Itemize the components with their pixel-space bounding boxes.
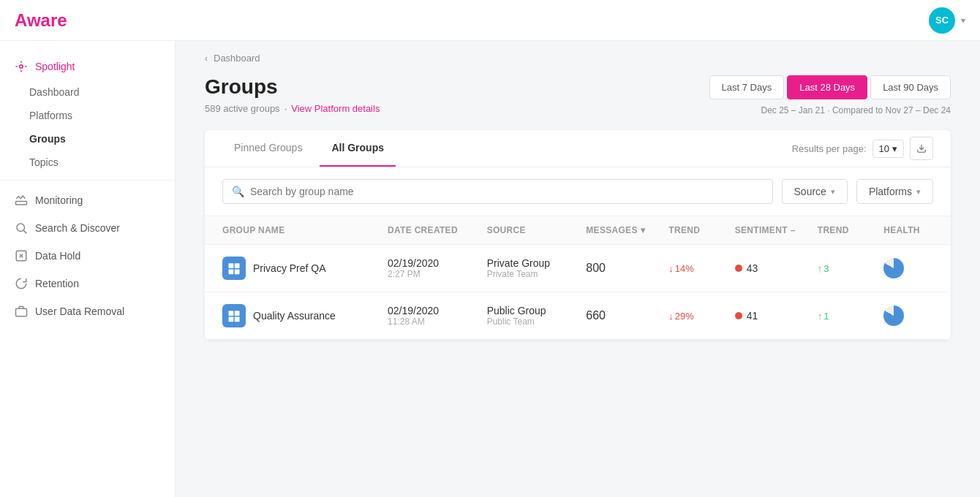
spotlight-label: Spotlight bbox=[35, 61, 75, 72]
date-created-value: 02/19/2020 bbox=[388, 257, 487, 269]
svg-rect-9 bbox=[229, 263, 234, 268]
table-row[interactable]: Privacy Pref QA 02/19/2020 2:27 PM Priva… bbox=[205, 245, 951, 292]
source-type-value: Private Group bbox=[487, 257, 587, 269]
results-value: 10 bbox=[879, 143, 889, 154]
col-header-sentiment[interactable]: Sentiment – bbox=[735, 225, 818, 235]
sentiment-trend: ↑ 1 bbox=[818, 311, 883, 322]
search-input[interactable] bbox=[250, 186, 764, 197]
trend-down-arrow-icon: ↓ bbox=[668, 311, 674, 322]
data-hold-label: Data Hold bbox=[35, 250, 80, 262]
platforms-filter-label: Platforms bbox=[869, 186, 912, 197]
tab-pinned-groups[interactable]: Pinned Groups bbox=[222, 130, 314, 167]
sidebar-item-groups[interactable]: Groups bbox=[15, 127, 175, 151]
source-filter-button[interactable]: Source ▾ bbox=[782, 179, 848, 204]
messages-count: 800 bbox=[586, 262, 668, 275]
svg-rect-10 bbox=[235, 263, 240, 268]
date-range-section: Last 7 Days Last 28 Days Last 90 Days De… bbox=[709, 75, 951, 115]
breadcrumb-label[interactable]: Dashboard bbox=[214, 53, 260, 64]
date-separator: · bbox=[827, 105, 832, 115]
retention-icon bbox=[15, 277, 28, 290]
sentiment-trend: ↑ 3 bbox=[818, 263, 883, 274]
sentiment-cell: 41 bbox=[735, 310, 818, 322]
sidebar-item-search-discover[interactable]: Search & Discover bbox=[0, 214, 175, 242]
tab-all-groups[interactable]: All Groups bbox=[320, 130, 396, 167]
search-box: 🔍 bbox=[222, 179, 773, 204]
page-subtitle: 589 active groups · View Platform detail… bbox=[205, 103, 380, 114]
content-area: ‹ Dashboard Groups 589 active groups · V… bbox=[176, 41, 980, 497]
sidebar: Spotlight Dashboard Platforms Groups Top… bbox=[0, 41, 176, 497]
monitoring-icon bbox=[15, 194, 28, 207]
svg-rect-15 bbox=[229, 317, 234, 322]
trend-up-value: 3 bbox=[823, 263, 829, 274]
sidebar-item-monitoring[interactable]: Monitoring bbox=[0, 186, 175, 214]
col-header-source: Source bbox=[487, 225, 587, 235]
date-cell: 02/19/2020 2:27 PM bbox=[388, 257, 487, 279]
top-header: Aware SC ▾ bbox=[0, 0, 980, 41]
time-created-value: 2:27 PM bbox=[388, 269, 487, 279]
trend-down-value: 29% bbox=[675, 311, 694, 322]
col-header-messages[interactable]: Messages ▾ bbox=[586, 225, 668, 235]
platforms-filter-button[interactable]: Platforms ▾ bbox=[856, 179, 933, 204]
sidebar-item-data-hold[interactable]: Data Hold bbox=[0, 242, 175, 270]
avatar[interactable]: SC bbox=[929, 7, 955, 34]
search-discover-icon bbox=[15, 221, 28, 235]
monitoring-label: Monitoring bbox=[35, 194, 83, 206]
trend-up-arrow-icon: ↑ bbox=[818, 263, 823, 274]
source-cell: Private Group Private Team bbox=[487, 257, 587, 279]
date-buttons: Last 7 Days Last 28 Days Last 90 Days bbox=[709, 75, 951, 99]
trend-up-value: 1 bbox=[823, 311, 829, 322]
download-button[interactable] bbox=[910, 137, 933, 160]
date-btn-7days[interactable]: Last 7 Days bbox=[709, 75, 785, 99]
group-icon bbox=[222, 257, 246, 280]
svg-rect-12 bbox=[235, 270, 240, 275]
col-header-group-name: Group Name bbox=[222, 225, 388, 235]
messages-sort-icon: ▾ bbox=[641, 225, 645, 235]
trend-down-arrow-icon: ↓ bbox=[668, 263, 674, 274]
group-name-cell: Privacy Pref QA bbox=[222, 257, 388, 280]
sentiment-sort-icon: – bbox=[791, 225, 796, 235]
retention-label: Retention bbox=[35, 278, 79, 289]
spotlight-icon bbox=[15, 60, 28, 73]
trend-up-arrow-icon: ↑ bbox=[818, 311, 823, 322]
view-platform-details-link[interactable]: View Platform details bbox=[291, 103, 380, 114]
svg-line-3 bbox=[23, 230, 26, 233]
separator: · bbox=[284, 103, 287, 114]
date-btn-28days[interactable]: Last 28 Days bbox=[787, 75, 867, 99]
messages-trend: ↓ 29% bbox=[668, 311, 734, 322]
results-per-page-select[interactable]: 10 ▾ bbox=[872, 140, 904, 158]
col-header-messages-trend: Trend bbox=[668, 225, 734, 235]
group-name-text: Quality Assurance bbox=[253, 310, 336, 322]
messages-count: 660 bbox=[586, 309, 668, 322]
svg-rect-13 bbox=[229, 311, 234, 316]
table-row[interactable]: Quality Assurance 02/19/2020 11:28 AM Pu… bbox=[205, 292, 951, 340]
sidebar-item-topics[interactable]: Topics bbox=[15, 151, 175, 174]
results-per-page-label: Results per page: bbox=[792, 143, 867, 154]
sidebar-item-platforms[interactable]: Platforms bbox=[15, 104, 175, 127]
svg-rect-1 bbox=[16, 202, 27, 205]
source-filter-label: Source bbox=[794, 186, 826, 197]
tabs-bar: Pinned Groups All Groups Results per pag… bbox=[205, 130, 951, 167]
page-header: Groups 589 active groups · View Platform… bbox=[176, 64, 980, 130]
platforms-filter-chevron-icon: ▾ bbox=[916, 187, 921, 197]
compared-date-range: Compared to Nov 27 – Dec 24 bbox=[832, 105, 951, 115]
svg-rect-7 bbox=[16, 308, 27, 316]
avatar-chevron-icon[interactable]: ▾ bbox=[961, 15, 965, 26]
date-created-value: 02/19/2020 bbox=[388, 305, 487, 316]
sentiment-score-value: 41 bbox=[747, 310, 758, 322]
search-filter-bar: 🔍 Source ▾ Platforms ▾ bbox=[205, 167, 951, 216]
sidebar-item-retention[interactable]: Retention bbox=[0, 270, 175, 297]
source-sub-value: Public Team bbox=[487, 316, 587, 327]
date-btn-90days[interactable]: Last 90 Days bbox=[870, 75, 951, 99]
sidebar-item-spotlight[interactable]: Spotlight bbox=[0, 53, 175, 80]
breadcrumb-arrow-icon: ‹ bbox=[205, 53, 208, 64]
trend-down-value: 14% bbox=[675, 263, 694, 274]
svg-rect-14 bbox=[235, 311, 240, 316]
sidebar-item-user-data-removal[interactable]: User Data Removal bbox=[0, 297, 175, 325]
header-right: SC ▾ bbox=[929, 7, 965, 34]
breadcrumb: ‹ Dashboard bbox=[176, 41, 980, 64]
col-header-health: Health bbox=[883, 225, 933, 235]
sidebar-item-dashboard[interactable]: Dashboard bbox=[15, 80, 175, 104]
col-header-sentiment-trend: Trend bbox=[818, 225, 883, 235]
results-select-chevron-icon: ▾ bbox=[892, 143, 897, 154]
svg-rect-16 bbox=[235, 317, 240, 322]
